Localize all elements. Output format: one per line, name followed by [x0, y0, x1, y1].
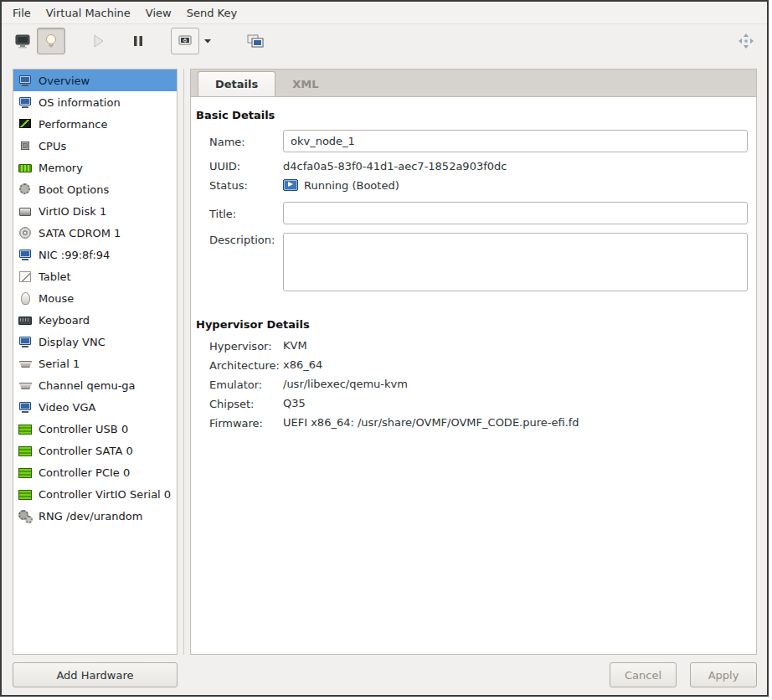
controller-icon	[18, 487, 32, 501]
menu-send-key[interactable]: Send Key	[179, 2, 244, 23]
sidebar-item-cpus[interactable]: CPUs	[13, 135, 177, 157]
sidebar-item-rng[interactable]: RNG /dev/urandom	[13, 505, 177, 527]
console-button[interactable]	[8, 28, 37, 54]
apply-button[interactable]: Apply	[690, 662, 757, 687]
display-icon	[18, 335, 32, 348]
tab-details[interactable]: Details	[198, 71, 275, 96]
sidebar-item-virtio-disk-1[interactable]: VirtIO Disk 1	[13, 200, 177, 222]
hypervisor-details-heading: Hypervisor Details	[196, 318, 748, 331]
run-button[interactable]	[84, 28, 112, 54]
sidebar-item-nic[interactable]: NIC :99:8f:94	[13, 244, 177, 265]
shutdown-icon	[176, 32, 194, 50]
emulator-label: Emulator:	[209, 378, 283, 391]
sidebar-item-label: VirtIO Disk 1	[39, 205, 106, 218]
running-icon	[283, 179, 298, 191]
name-row: Name:	[209, 130, 748, 152]
description-textarea[interactable]	[283, 233, 748, 291]
sidebar-item-os-information[interactable]: OS information	[13, 91, 177, 113]
sidebar-item-label: Channel qemu-ga	[39, 379, 136, 392]
sidebar-item-memory[interactable]: Memory	[13, 157, 177, 178]
sidebar-item-boot-options[interactable]: Boot Options	[13, 178, 177, 200]
architecture-label: Architecture:	[209, 358, 283, 372]
sidebar-item-label: Tablet	[39, 270, 71, 283]
sidebar-item-label: Video VGA	[39, 401, 95, 414]
chipset-label: Chipset:	[209, 397, 283, 410]
basic-details-heading: Basic Details	[196, 109, 748, 121]
mouse-icon	[18, 291, 32, 305]
details-pane: Details XML Basic Details Name: UUID: d4…	[190, 69, 757, 655]
sidebar-item-label: OS information	[39, 96, 121, 109]
channel-icon	[18, 378, 32, 392]
status-value: Running (Booted)	[304, 179, 399, 192]
tab-xml[interactable]: XML	[275, 71, 335, 96]
add-hardware-button[interactable]: Add Hardware	[13, 662, 178, 687]
tablet-icon	[18, 270, 32, 283]
displays-button[interactable]	[241, 28, 270, 54]
sidebar-item-controller-sata-0[interactable]: Controller SATA 0	[13, 440, 177, 461]
menu-bar: File Virtual Machine View Send Key	[2, 2, 767, 24]
sidebar-item-performance[interactable]: Performance	[13, 113, 177, 135]
sidebar-item-label: Display VNC	[39, 336, 106, 348]
monitor-icon	[18, 74, 32, 87]
disk-icon	[18, 204, 32, 218]
sidebar-item-controller-pcie-0[interactable]: Controller PCIe 0	[13, 461, 177, 483]
dual-display-icon	[245, 32, 265, 50]
sidebar-item-sata-cdrom-1[interactable]: SATA CDROM 1	[13, 222, 177, 244]
chipset-value: Q35	[283, 397, 748, 410]
sidebar-item-display-vnc[interactable]: Display VNC	[13, 331, 177, 353]
sidebar-item-controller-virtio-serial-0[interactable]: Controller VirtIO Serial 0	[13, 483, 177, 505]
shutdown-button[interactable]	[171, 28, 199, 54]
uuid-row: UUID: d4cfa0a5-83f0-41d1-aec7-1852a903f0…	[209, 159, 748, 172]
sidebar-item-controller-usb-0[interactable]: Controller USB 0	[13, 418, 177, 440]
sidebar-item-label: RNG /dev/urandom	[39, 510, 142, 522]
status-row: Status: Running (Booted)	[209, 178, 748, 192]
description-row: Description:	[209, 233, 748, 291]
title-input[interactable]	[283, 202, 748, 224]
title-label: Title:	[209, 207, 283, 220]
sidebar-item-video-vga[interactable]: Video VGA	[13, 396, 177, 418]
hypervisor-label: Hypervisor:	[209, 339, 283, 353]
sidebar-item-label: Controller USB 0	[39, 423, 128, 435]
virt-manager-window: File Virtual Machine View Send Key	[0, 0, 769, 697]
firmware-label: Firmware:	[209, 416, 283, 430]
menu-view[interactable]: View	[138, 2, 179, 23]
main-body: Overview OS information Performance CPUs…	[2, 58, 767, 655]
controller-icon	[18, 422, 32, 435]
sidebar-item-tablet[interactable]: Tablet	[13, 265, 177, 287]
pane-divider[interactable]	[183, 69, 184, 655]
uuid-label: UUID:	[209, 159, 283, 172]
sidebar-item-overview[interactable]: Overview	[13, 69, 177, 91]
details-button[interactable]	[37, 28, 65, 54]
sidebar-item-label: NIC :99:8f:94	[39, 249, 110, 261]
sidebar-item-label: SATA CDROM 1	[39, 227, 121, 239]
sidebar-item-label: Performance	[39, 118, 107, 131]
emulator-row: Emulator: /usr/libexec/qemu-kvm	[209, 378, 748, 391]
memory-icon	[18, 161, 32, 174]
description-label: Description:	[209, 233, 283, 246]
name-input[interactable]	[283, 130, 748, 152]
sidebar-item-label: Boot Options	[39, 183, 109, 196]
firmware-value: UEFI x86_64: /usr/share/OVMF/OVMF_CODE.p…	[283, 416, 748, 430]
menu-file[interactable]: File	[5, 2, 39, 23]
menu-virtual-machine[interactable]: Virtual Machine	[39, 2, 138, 23]
cdrom-icon	[18, 226, 32, 239]
pause-button[interactable]	[124, 28, 152, 54]
fullscreen-button[interactable]	[732, 28, 760, 54]
keyboard-icon	[18, 313, 32, 327]
sidebar-item-keyboard[interactable]: Keyboard	[13, 309, 177, 331]
shutdown-menu-button[interactable]	[199, 28, 216, 54]
gear-icon	[18, 183, 32, 196]
status-label: Status:	[209, 178, 283, 192]
hypervisor-row: Hypervisor: KVM	[209, 339, 748, 353]
sidebar-item-label: Controller PCIe 0	[39, 466, 130, 479]
sidebar-item-label: Controller SATA 0	[39, 445, 133, 457]
bottom-bar: Add Hardware Cancel Apply	[2, 655, 767, 695]
sidebar-item-serial-1[interactable]: Serial 1	[13, 353, 177, 374]
play-icon	[89, 32, 107, 50]
sidebar-item-mouse[interactable]: Mouse	[13, 287, 177, 309]
pause-icon	[129, 32, 147, 50]
caret-down-icon	[203, 39, 212, 44]
cancel-button[interactable]: Cancel	[610, 662, 677, 687]
sidebar-item-channel-qemu-ga[interactable]: Channel qemu-ga	[13, 374, 177, 396]
serial-icon	[18, 357, 32, 370]
